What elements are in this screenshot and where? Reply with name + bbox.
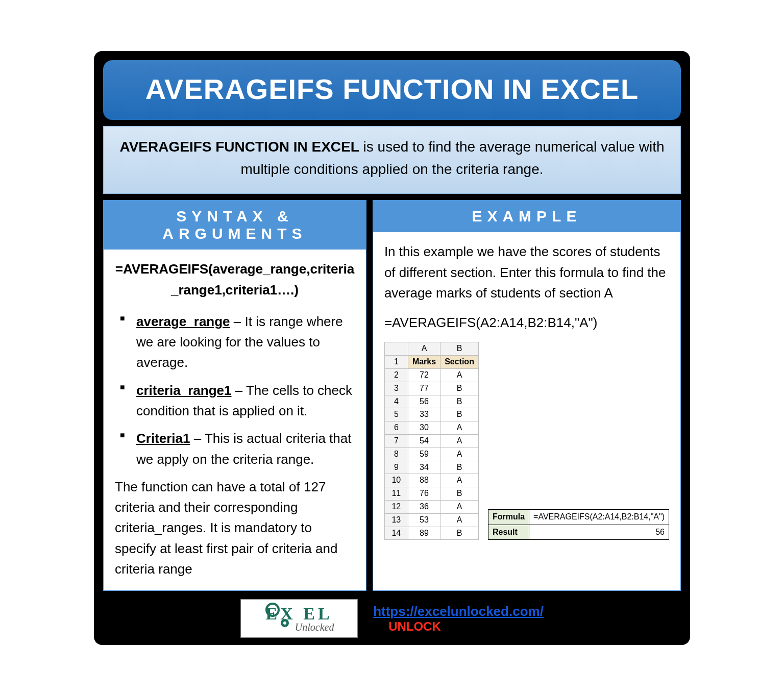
cell-section: A: [440, 513, 479, 527]
unlock-label: UNLOCK: [388, 619, 441, 634]
cell-section: A: [440, 500, 479, 513]
columns: SYNTAX & ARGUMENTS =AVERAGEIFS(average_r…: [103, 200, 681, 591]
row-header: 9: [384, 461, 408, 474]
cell-marks: 56: [408, 395, 440, 408]
row-header: 7: [384, 434, 408, 448]
row-header: 14: [384, 527, 408, 540]
cell-marks: 33: [408, 408, 440, 421]
row-header: 13: [384, 513, 408, 527]
row-header: 3: [384, 382, 408, 395]
sheet-corner: [384, 342, 408, 356]
cell-marks: 89: [408, 527, 440, 540]
row-header: 1: [384, 356, 408, 369]
page-title: AVERAGEIFS FUNCTION IN EXCEL: [103, 60, 681, 120]
row-header: 5: [384, 408, 408, 421]
cell-marks: 77: [408, 382, 440, 395]
cell-section: B: [440, 527, 479, 540]
row-header: 6: [384, 421, 408, 435]
example-formula: =AVERAGEIFS(A2:A14,B2:B14,"A"): [384, 312, 669, 333]
argument-item: average_range – It is range where we are…: [119, 311, 355, 373]
cell-section: A: [440, 448, 479, 461]
syntax-body: =AVERAGEIFS(average_range,criteria_range…: [104, 250, 366, 590]
data-header-marks: Marks: [408, 356, 440, 369]
row-header: 4: [384, 395, 408, 408]
result-box: Formula =AVERAGEIFS(A2:A14,B2:B14,"A") R…: [488, 509, 669, 540]
mini-spreadsheet: A B 1 Marks Section 272A377B456B533B630A…: [384, 342, 479, 540]
example-visual: A B 1 Marks Section 272A377B456B533B630A…: [384, 342, 669, 540]
example-card: EXAMPLE In this example we have the scor…: [373, 200, 681, 591]
infographic-card: AVERAGEIFS FUNCTION IN EXCEL AVERAGEIFS …: [94, 51, 690, 645]
example-header: EXAMPLE: [373, 201, 680, 232]
example-body: In this example we have the scores of st…: [373, 232, 680, 551]
data-header-section: Section: [440, 356, 479, 369]
cell-marks: 36: [408, 500, 440, 513]
col-header-b: B: [440, 342, 479, 356]
example-intro: In this example we have the scores of st…: [384, 241, 669, 303]
result-formula-label: Formula: [488, 509, 529, 525]
logo: EX EL Unlocked: [240, 599, 358, 638]
cell-marks: 53: [408, 513, 440, 527]
argument-name: average_range: [136, 314, 230, 329]
argument-name: criteria_range1: [136, 383, 231, 398]
logo-subtext: Unlocked: [295, 622, 334, 633]
argument-name: Criteria1: [136, 431, 190, 446]
syntax-formula: =AVERAGEIFS(average_range,criteria_range…: [115, 259, 355, 300]
logo-text: EX EL: [266, 604, 333, 624]
cell-section: B: [440, 408, 479, 421]
cell-marks: 76: [408, 487, 440, 501]
row-header: 2: [384, 369, 408, 382]
cell-marks: 88: [408, 474, 440, 487]
description-lead: AVERAGEIFS FUNCTION IN EXCEL: [120, 139, 359, 155]
syntax-card: SYNTAX & ARGUMENTS =AVERAGEIFS(average_r…: [103, 200, 366, 591]
result-formula-value: =AVERAGEIFS(A2:A14,B2:B14,"A"): [529, 509, 669, 525]
cell-section: B: [440, 487, 479, 501]
result-value: 56: [529, 525, 669, 540]
cell-section: A: [440, 474, 479, 487]
footer-text: https://excelunlocked.com/ UNLOCK: [373, 604, 544, 634]
argument-list: average_range – It is range where we are…: [115, 311, 355, 469]
logo-key-icon: [281, 619, 289, 627]
cell-section: A: [440, 434, 479, 448]
syntax-header: SYNTAX & ARGUMENTS: [104, 201, 366, 250]
site-link[interactable]: https://excelunlocked.com/: [373, 604, 544, 619]
description-box: AVERAGEIFS FUNCTION IN EXCEL is used to …: [103, 126, 681, 194]
row-header: 8: [384, 448, 408, 461]
row-header: 12: [384, 500, 408, 513]
footer: EX EL Unlocked https://excelunlocked.com…: [103, 599, 681, 638]
syntax-note: The function can have a total of 127 cri…: [115, 477, 355, 579]
cell-section: A: [440, 369, 479, 382]
cell-section: B: [440, 395, 479, 408]
col-header-a: A: [408, 342, 440, 356]
cell-marks: 59: [408, 448, 440, 461]
cell-marks: 34: [408, 461, 440, 474]
row-header: 10: [384, 474, 408, 487]
cell-marks: 30: [408, 421, 440, 435]
cell-marks: 72: [408, 369, 440, 382]
cell-section: B: [440, 382, 479, 395]
cell-section: A: [440, 421, 479, 435]
cell-marks: 54: [408, 434, 440, 448]
argument-item: criteria_range1 – The cells to check con…: [119, 380, 355, 421]
row-header: 11: [384, 487, 408, 501]
argument-item: Criteria1 – This is actual criteria that…: [119, 428, 355, 469]
cell-section: B: [440, 461, 479, 474]
result-label: Result: [488, 525, 529, 540]
